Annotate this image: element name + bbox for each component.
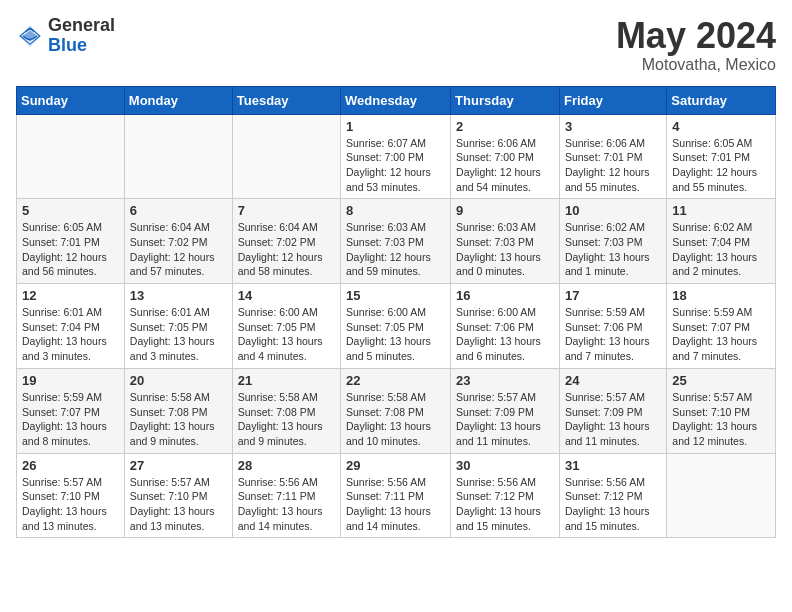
- day-info: Sunrise: 5:56 AM Sunset: 7:12 PM Dayligh…: [565, 475, 661, 534]
- day-info: Sunrise: 6:00 AM Sunset: 7:05 PM Dayligh…: [346, 305, 445, 364]
- day-info: Sunrise: 5:59 AM Sunset: 7:06 PM Dayligh…: [565, 305, 661, 364]
- logo-blue-text: Blue: [48, 36, 115, 56]
- calendar-cell: 15Sunrise: 6:00 AM Sunset: 7:05 PM Dayli…: [341, 284, 451, 369]
- day-info: Sunrise: 5:56 AM Sunset: 7:11 PM Dayligh…: [238, 475, 335, 534]
- day-info: Sunrise: 5:58 AM Sunset: 7:08 PM Dayligh…: [130, 390, 227, 449]
- calendar-cell: 30Sunrise: 5:56 AM Sunset: 7:12 PM Dayli…: [451, 453, 560, 538]
- calendar-week-1: 1Sunrise: 6:07 AM Sunset: 7:00 PM Daylig…: [17, 114, 776, 199]
- logo-text: General Blue: [48, 16, 115, 56]
- day-number: 30: [456, 458, 554, 473]
- logo-icon: [16, 22, 44, 50]
- day-number: 7: [238, 203, 335, 218]
- day-number: 19: [22, 373, 119, 388]
- day-number: 15: [346, 288, 445, 303]
- weekday-header-saturday: Saturday: [667, 86, 776, 114]
- day-number: 10: [565, 203, 661, 218]
- calendar-cell: 11Sunrise: 6:02 AM Sunset: 7:04 PM Dayli…: [667, 199, 776, 284]
- weekday-header-sunday: Sunday: [17, 86, 125, 114]
- calendar-cell: [124, 114, 232, 199]
- day-info: Sunrise: 5:57 AM Sunset: 7:10 PM Dayligh…: [22, 475, 119, 534]
- calendar-cell: 8Sunrise: 6:03 AM Sunset: 7:03 PM Daylig…: [341, 199, 451, 284]
- day-number: 11: [672, 203, 770, 218]
- calendar-cell: 4Sunrise: 6:05 AM Sunset: 7:01 PM Daylig…: [667, 114, 776, 199]
- day-number: 6: [130, 203, 227, 218]
- calendar-table: SundayMondayTuesdayWednesdayThursdayFrid…: [16, 86, 776, 539]
- day-number: 14: [238, 288, 335, 303]
- day-number: 5: [22, 203, 119, 218]
- calendar-cell: 1Sunrise: 6:07 AM Sunset: 7:00 PM Daylig…: [341, 114, 451, 199]
- day-info: Sunrise: 6:06 AM Sunset: 7:00 PM Dayligh…: [456, 136, 554, 195]
- day-number: 17: [565, 288, 661, 303]
- day-number: 26: [22, 458, 119, 473]
- day-info: Sunrise: 6:04 AM Sunset: 7:02 PM Dayligh…: [238, 220, 335, 279]
- weekday-header-thursday: Thursday: [451, 86, 560, 114]
- calendar-cell: 13Sunrise: 6:01 AM Sunset: 7:05 PM Dayli…: [124, 284, 232, 369]
- weekday-header-row: SundayMondayTuesdayWednesdayThursdayFrid…: [17, 86, 776, 114]
- day-number: 12: [22, 288, 119, 303]
- day-number: 2: [456, 119, 554, 134]
- calendar-cell: 20Sunrise: 5:58 AM Sunset: 7:08 PM Dayli…: [124, 368, 232, 453]
- title-block: May 2024 Motovatha, Mexico: [616, 16, 776, 74]
- weekday-header-monday: Monday: [124, 86, 232, 114]
- calendar-week-3: 12Sunrise: 6:01 AM Sunset: 7:04 PM Dayli…: [17, 284, 776, 369]
- day-number: 18: [672, 288, 770, 303]
- day-number: 31: [565, 458, 661, 473]
- day-info: Sunrise: 6:04 AM Sunset: 7:02 PM Dayligh…: [130, 220, 227, 279]
- day-info: Sunrise: 6:01 AM Sunset: 7:05 PM Dayligh…: [130, 305, 227, 364]
- day-info: Sunrise: 6:01 AM Sunset: 7:04 PM Dayligh…: [22, 305, 119, 364]
- calendar-week-4: 19Sunrise: 5:59 AM Sunset: 7:07 PM Dayli…: [17, 368, 776, 453]
- calendar-cell: 5Sunrise: 6:05 AM Sunset: 7:01 PM Daylig…: [17, 199, 125, 284]
- day-number: 16: [456, 288, 554, 303]
- calendar-cell: 18Sunrise: 5:59 AM Sunset: 7:07 PM Dayli…: [667, 284, 776, 369]
- calendar-cell: 28Sunrise: 5:56 AM Sunset: 7:11 PM Dayli…: [232, 453, 340, 538]
- logo: General Blue: [16, 16, 115, 56]
- day-info: Sunrise: 6:05 AM Sunset: 7:01 PM Dayligh…: [22, 220, 119, 279]
- month-title: May 2024: [616, 16, 776, 56]
- calendar-cell: 2Sunrise: 6:06 AM Sunset: 7:00 PM Daylig…: [451, 114, 560, 199]
- day-number: 27: [130, 458, 227, 473]
- calendar-cell: 3Sunrise: 6:06 AM Sunset: 7:01 PM Daylig…: [559, 114, 666, 199]
- calendar-cell: 14Sunrise: 6:00 AM Sunset: 7:05 PM Dayli…: [232, 284, 340, 369]
- day-info: Sunrise: 6:03 AM Sunset: 7:03 PM Dayligh…: [456, 220, 554, 279]
- day-number: 23: [456, 373, 554, 388]
- day-number: 21: [238, 373, 335, 388]
- day-info: Sunrise: 6:07 AM Sunset: 7:00 PM Dayligh…: [346, 136, 445, 195]
- logo-general: General: [48, 16, 115, 36]
- weekday-header-friday: Friday: [559, 86, 666, 114]
- calendar-cell: 12Sunrise: 6:01 AM Sunset: 7:04 PM Dayli…: [17, 284, 125, 369]
- calendar-cell: 26Sunrise: 5:57 AM Sunset: 7:10 PM Dayli…: [17, 453, 125, 538]
- calendar-cell: 25Sunrise: 5:57 AM Sunset: 7:10 PM Dayli…: [667, 368, 776, 453]
- calendar-week-5: 26Sunrise: 5:57 AM Sunset: 7:10 PM Dayli…: [17, 453, 776, 538]
- day-number: 25: [672, 373, 770, 388]
- calendar-cell: 24Sunrise: 5:57 AM Sunset: 7:09 PM Dayli…: [559, 368, 666, 453]
- day-number: 4: [672, 119, 770, 134]
- day-number: 1: [346, 119, 445, 134]
- page-header: General Blue May 2024 Motovatha, Mexico: [16, 16, 776, 74]
- calendar-cell: [232, 114, 340, 199]
- calendar-cell: 27Sunrise: 5:57 AM Sunset: 7:10 PM Dayli…: [124, 453, 232, 538]
- weekday-header-wednesday: Wednesday: [341, 86, 451, 114]
- day-info: Sunrise: 5:57 AM Sunset: 7:10 PM Dayligh…: [672, 390, 770, 449]
- calendar-cell: 23Sunrise: 5:57 AM Sunset: 7:09 PM Dayli…: [451, 368, 560, 453]
- calendar-cell: 22Sunrise: 5:58 AM Sunset: 7:08 PM Dayli…: [341, 368, 451, 453]
- calendar-cell: 10Sunrise: 6:02 AM Sunset: 7:03 PM Dayli…: [559, 199, 666, 284]
- day-number: 29: [346, 458, 445, 473]
- calendar-cell: 7Sunrise: 6:04 AM Sunset: 7:02 PM Daylig…: [232, 199, 340, 284]
- day-info: Sunrise: 6:02 AM Sunset: 7:03 PM Dayligh…: [565, 220, 661, 279]
- day-info: Sunrise: 6:00 AM Sunset: 7:05 PM Dayligh…: [238, 305, 335, 364]
- day-info: Sunrise: 5:56 AM Sunset: 7:12 PM Dayligh…: [456, 475, 554, 534]
- day-info: Sunrise: 6:00 AM Sunset: 7:06 PM Dayligh…: [456, 305, 554, 364]
- day-info: Sunrise: 5:59 AM Sunset: 7:07 PM Dayligh…: [672, 305, 770, 364]
- calendar-cell: 31Sunrise: 5:56 AM Sunset: 7:12 PM Dayli…: [559, 453, 666, 538]
- day-number: 8: [346, 203, 445, 218]
- day-info: Sunrise: 5:57 AM Sunset: 7:10 PM Dayligh…: [130, 475, 227, 534]
- day-info: Sunrise: 6:03 AM Sunset: 7:03 PM Dayligh…: [346, 220, 445, 279]
- day-info: Sunrise: 6:05 AM Sunset: 7:01 PM Dayligh…: [672, 136, 770, 195]
- day-info: Sunrise: 6:02 AM Sunset: 7:04 PM Dayligh…: [672, 220, 770, 279]
- calendar-cell: [667, 453, 776, 538]
- calendar-cell: 9Sunrise: 6:03 AM Sunset: 7:03 PM Daylig…: [451, 199, 560, 284]
- calendar-week-2: 5Sunrise: 6:05 AM Sunset: 7:01 PM Daylig…: [17, 199, 776, 284]
- day-info: Sunrise: 5:57 AM Sunset: 7:09 PM Dayligh…: [565, 390, 661, 449]
- day-info: Sunrise: 5:58 AM Sunset: 7:08 PM Dayligh…: [346, 390, 445, 449]
- day-number: 22: [346, 373, 445, 388]
